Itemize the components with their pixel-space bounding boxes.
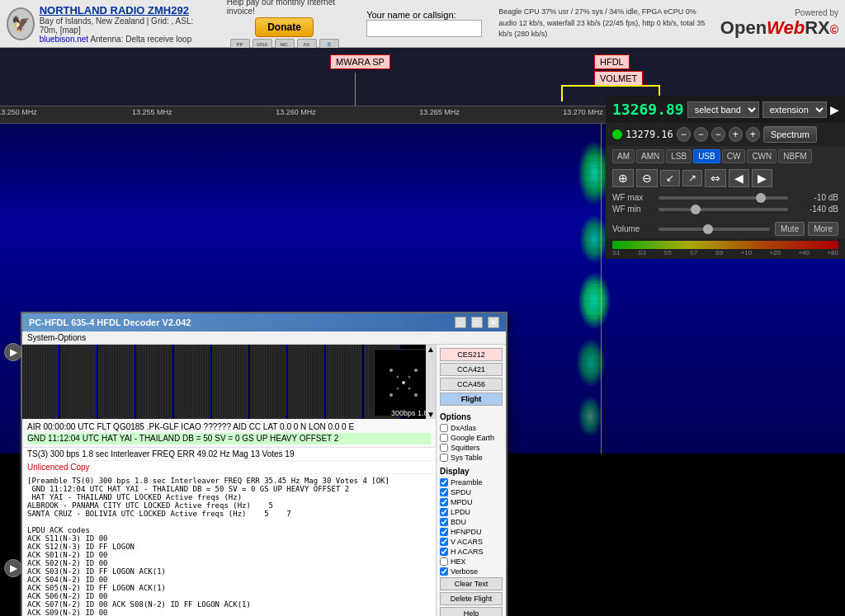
help-button[interactable]: Help [440,607,503,616]
mode-lsb[interactable]: LSB [666,149,692,163]
s20-label: +20 [770,249,781,256]
s5-label: S5 [663,249,672,256]
mute-button[interactable]: Mute [775,222,805,236]
freq-label-5: 13.270 MHz [563,108,603,116]
spectrum-button[interactable]: Spectrum [763,126,817,143]
freq-minus2-btn[interactable]: − [694,127,708,142]
ts-line: TS(3) 300 bps 1.8 sec Interleaver FREQ E… [22,448,436,461]
decoder-menu-label[interactable]: System-Options [27,333,86,342]
google-earth-checkbox[interactable] [440,434,448,442]
zoom-in2-btn[interactable]: ↙ [660,170,680,186]
wf-max-thumb[interactable] [756,193,766,203]
zoom-in-btn[interactable]: ⊕ [612,169,634,187]
mode-am[interactable]: AM [612,149,635,163]
hfdl-label[interactable]: HFDL [594,54,630,69]
frequency-fine: 13279.16 [625,129,673,140]
delete-flight-button[interactable]: Delete Flight [440,592,503,605]
option-dxatlas: DxAtlas [440,424,503,432]
mode-cw[interactable]: CW [722,149,746,163]
dxatlas-checkbox[interactable] [440,424,448,432]
squitters-checkbox[interactable] [440,444,448,452]
freq-minus3-btn[interactable]: − [711,127,725,142]
scroll-down-btn[interactable]: ▼ [427,410,435,419]
zoom-out2-btn[interactable]: ↗ [682,170,702,186]
display-vacars: V ACARS [440,538,503,546]
zoom-fit-btn[interactable]: ⇔ [705,169,726,187]
vacars-checkbox[interactable] [440,538,448,546]
mpdu-checkbox[interactable] [440,498,448,506]
scroll-up-btn[interactable]: ▲ [427,345,435,354]
freq-minus-btn[interactable]: − [677,127,691,142]
display-lpdu: LPDU [440,508,503,516]
display-spdu: SPDU [440,488,503,496]
station-details: Bay of Islands, New Zealand | Grid: , AS… [40,16,202,35]
lpdu-label: LPDU [451,508,470,516]
volume-thumb[interactable] [703,224,713,234]
flight-label[interactable]: Flight [440,393,503,406]
mwara-label[interactable]: MWARA SP [330,54,390,69]
mode-nbfm[interactable]: NBFM [778,149,811,163]
freq-plus2-btn[interactable]: + [746,127,760,142]
nav-prev-btn[interactable]: ◀ [729,169,749,187]
hfnpdu-checkbox[interactable] [440,528,448,536]
decoder-menu[interactable]: System-Options [22,332,506,345]
flight-button-2[interactable]: CCA421 [440,363,503,376]
maximize-button[interactable]: □ [471,317,483,328]
donate-button[interactable]: Donate [255,17,314,37]
station-antenna: bluebison.net Antenna: Delta receive loo… [40,35,202,44]
mwara-line [355,73,356,106]
openwebrx-logo[interactable]: OpenWebRX© [720,17,838,39]
more-button[interactable]: More [808,222,838,236]
minimize-button[interactable]: − [455,317,466,328]
log-area[interactable]: [Preamble TS(0) 300 bps 1.8 sec Interlea… [22,474,436,616]
play-pause-button[interactable]: ▶ [4,343,22,361]
sdr-panel: 13269.89 select band extension ▶ 13279.1… [606,96,845,259]
preamble-checkbox[interactable] [440,478,448,487]
svg-point-1 [402,381,405,384]
mpdu-label: MPDU [451,498,473,506]
smeter-labels: S1 S3 S5 S7 S9 +10 +20 +40 +80 [612,249,838,256]
extension-selector[interactable]: extension [762,101,827,118]
decoder-right-panel: CES212 CCA421 CCA456 Flight Options DxAt… [436,345,506,616]
sys-table-checkbox[interactable] [440,454,448,462]
play-pause-button-2[interactable]: ▶ [4,559,22,577]
s10-label: +10 [741,249,753,256]
mode-usb[interactable]: USB [693,149,720,163]
sdr-play-button[interactable]: ▶ [830,103,839,116]
lpdu-checkbox[interactable] [440,508,448,516]
flight-button-3[interactable]: CCA456 [440,378,503,391]
wf-min-thumb[interactable] [691,205,701,214]
smeter-bar [612,241,838,249]
options-title: Options [440,412,503,421]
decoder-titlebar: PC-HFDL 635-4 HFDL Decoder V2.042 − □ ✕ [22,313,506,332]
status-indicator [612,129,622,139]
freq-plus-btn[interactable]: + [729,127,743,142]
zoom-out-btn[interactable]: ⊖ [636,169,658,187]
google-earth-label: Google Earth [451,434,494,442]
bdu-checkbox[interactable] [440,518,448,526]
hacars-checkbox[interactable] [440,548,448,556]
nav-next-btn[interactable]: ▶ [752,169,772,187]
antenna-label: Antenna: Delta receive loop [90,35,191,44]
wf-min-row: WF min -140 dB [612,205,838,214]
volmet-label[interactable]: VOLMET [594,71,643,86]
s80-label: +80 [827,249,838,256]
powered-area: Powered by OpenWebRX© [720,8,838,39]
mode-cwn[interactable]: CWN [747,149,777,163]
clear-text-button[interactable]: Clear Text [440,577,503,590]
mode-amn[interactable]: AMN [636,149,664,163]
spdu-checkbox[interactable] [440,488,448,496]
band-selector[interactable]: select band [687,101,759,118]
callsign-input[interactable] [366,20,482,37]
hex-checkbox[interactable] [440,557,448,566]
station-name[interactable]: NORTHLAND RADIO ZMH292 [40,4,202,16]
squitters-label: Squitters [451,444,480,452]
close-button[interactable]: ✕ [488,317,499,328]
display-preamble: Preamble [440,478,503,487]
svg-point-6 [397,376,399,379]
flight-button-1[interactable]: CES212 [440,348,503,361]
station-link[interactable]: bluebison.net [40,35,89,44]
donate-area: Help pay our monthly Internet invoice! D… [227,0,342,50]
freq-label-1: 13.250 MHz [0,108,37,116]
verbose-checkbox[interactable] [440,567,448,576]
